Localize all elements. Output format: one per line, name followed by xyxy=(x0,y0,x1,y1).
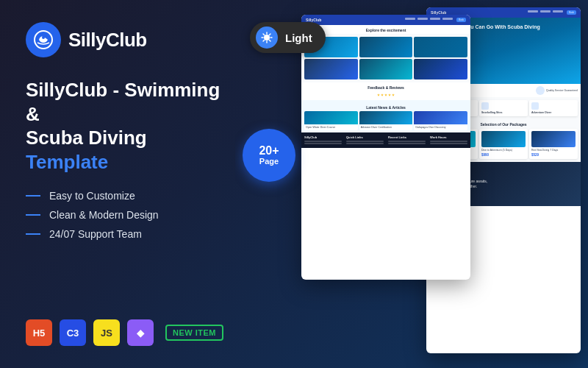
mini-nav-link-4 xyxy=(442,18,453,20)
mini-nav-links-right: Book xyxy=(528,10,576,15)
mini-news-img-3 xyxy=(414,111,467,124)
footer-col-1: SillyClub xyxy=(304,135,342,145)
dash-icon-1 xyxy=(26,195,40,197)
mini-news-2: Advance Diver Certification xyxy=(359,111,413,130)
price-amount-2: $990 xyxy=(481,153,526,157)
service-text-3: Adventure Diver xyxy=(531,111,576,114)
screens-container: SillyClub Book Explore the excitement xyxy=(301,0,588,368)
mini-news-section: Latest News & Articles Open Water Diver … xyxy=(301,100,470,132)
footer-line-4b xyxy=(430,143,467,144)
price-img-3 xyxy=(531,131,576,147)
mini-feedback-title: Feedback & Reviews xyxy=(301,82,470,91)
gem-icon: ◆ xyxy=(127,319,154,346)
mini-thumb-3 xyxy=(414,37,467,57)
badge-label: Page xyxy=(259,157,279,166)
mini-reviews-section xyxy=(301,91,470,100)
mini-stars xyxy=(304,93,467,96)
logo-text: SillyClub xyxy=(68,29,147,52)
theme-toggle-label: Light xyxy=(285,32,312,44)
footer-col-2-title: Quick Links xyxy=(346,135,384,139)
service-card-3: Adventure Diver xyxy=(529,100,578,116)
footer-col-3: Recent Links xyxy=(388,135,426,145)
mini-navbar: SillyClub Book xyxy=(301,15,470,25)
footer-col-3-title: Recent Links xyxy=(388,135,426,139)
price-img-2 xyxy=(481,131,526,147)
footer-col-4: Work Hours xyxy=(430,135,467,145)
mini-news-text-2: Advance Diver Certification xyxy=(359,124,413,130)
mini-nav-link-2 xyxy=(417,18,428,20)
footer-line-3a xyxy=(388,141,426,142)
mini-news-title: Latest News & Articles xyxy=(304,102,467,111)
mini-explore-title: Explore the excitement xyxy=(301,25,470,34)
footer-col-1-title: SillyClub xyxy=(304,135,342,139)
feature-item-2: Clean & Modern Design xyxy=(26,209,224,221)
star-3 xyxy=(384,93,387,96)
service-card-2: Snorkelling Sites xyxy=(479,100,528,116)
theme-toggle[interactable]: Light xyxy=(250,22,326,53)
mini-thumb-2 xyxy=(359,37,413,57)
page-count-badge: 20+ Page xyxy=(243,129,295,182)
mini-news-3: Galapagos Dive Discovery xyxy=(414,111,467,130)
css3-icon: C3 xyxy=(60,319,86,346)
star-4 xyxy=(388,93,391,96)
service-icon-3 xyxy=(531,102,539,110)
mini-gallery-grid xyxy=(301,34,470,82)
footer-line-2a xyxy=(346,141,384,142)
html5-icon: H5 xyxy=(26,319,52,346)
mini-thumb-5 xyxy=(359,59,413,79)
logo-icon xyxy=(26,22,61,57)
price-text-3: Red Sea Diving 7 Days xyxy=(531,149,576,152)
mini-thumb-6 xyxy=(414,59,467,79)
price-amount-3: $529 xyxy=(531,153,576,157)
dash-icon-3 xyxy=(26,233,40,235)
mini-nav-link-r3 xyxy=(553,10,563,13)
mini-nav-link-r2 xyxy=(540,10,551,13)
svg-point-7 xyxy=(42,36,45,39)
footer-col-2: Quick Links xyxy=(346,135,384,145)
service-text-2: Snorkelling Sites xyxy=(481,111,526,114)
footer-line-1a xyxy=(304,141,342,142)
price-text-2: Dive to Adventure (5 Days) xyxy=(481,149,526,152)
javascript-icon: JS xyxy=(93,319,120,346)
mini-nav-link-1 xyxy=(405,18,415,20)
footer-line-1b xyxy=(304,143,342,144)
mini-news-1: Open Water Diver Course xyxy=(304,111,358,130)
new-item-badge: NEW ITEM xyxy=(165,325,223,341)
feature-item-3: 24/07 Support Team xyxy=(26,228,224,240)
mini-cta-btn-right: Book xyxy=(567,10,576,15)
star-1 xyxy=(377,93,380,96)
mini-news-img-2 xyxy=(359,111,413,124)
footer-col-4-title: Work Hours xyxy=(430,135,467,139)
mini-footer: SillyClub Quick Links Recent Links Work … xyxy=(301,132,470,148)
badge-number: 20+ xyxy=(259,145,279,157)
price-card-2: Dive to Adventure (5 Days) $990 xyxy=(479,129,528,159)
quality-icon xyxy=(536,86,545,95)
star-5 xyxy=(392,93,395,96)
logo-area: SillyClub xyxy=(26,22,224,57)
mini-cta-btn: Book xyxy=(456,18,466,22)
toggle-circle xyxy=(256,26,278,49)
service-icon-2 xyxy=(481,102,489,110)
preview-area: Light 20+ Page SillyClub Book Explore th… xyxy=(235,0,588,368)
price-card-3: Red Sea Diving 7 Days $529 xyxy=(529,129,578,159)
mini-news-text-1: Open Water Diver Course xyxy=(304,124,358,130)
svg-point-8 xyxy=(264,35,270,40)
tech-row: H5 C3 JS ◆ NEW ITEM xyxy=(26,319,224,346)
quality-text: Quality Service Guaranteed xyxy=(546,89,578,92)
footer-line-4a xyxy=(430,141,467,142)
footer-line-3b xyxy=(388,143,426,144)
mini-nav-link-r1 xyxy=(528,10,538,13)
left-panel: SillyClub SillyClub - Swimming & Scuba D… xyxy=(0,0,250,368)
mini-news-text-3: Galapagos Dive Discovery xyxy=(414,124,467,130)
dash-icon-2 xyxy=(26,214,40,216)
mini-nav-link-3 xyxy=(430,18,440,20)
feature-item-1: Easy to Customize xyxy=(26,190,224,202)
mini-thumb-4 xyxy=(304,59,358,79)
footer-line-2b xyxy=(346,143,384,144)
mini-news-grid: Open Water Diver Course Advance Diver Ce… xyxy=(304,111,467,130)
left-preview-screen: SillyClub Book Explore the excitement xyxy=(301,15,470,280)
features-list: Easy to Customize Clean & Modern Design … xyxy=(26,190,224,240)
main-heading: SillyClub - Swimming & Scuba Diving Temp… xyxy=(26,78,224,174)
star-2 xyxy=(381,93,384,96)
mini-news-img-1 xyxy=(304,111,358,124)
